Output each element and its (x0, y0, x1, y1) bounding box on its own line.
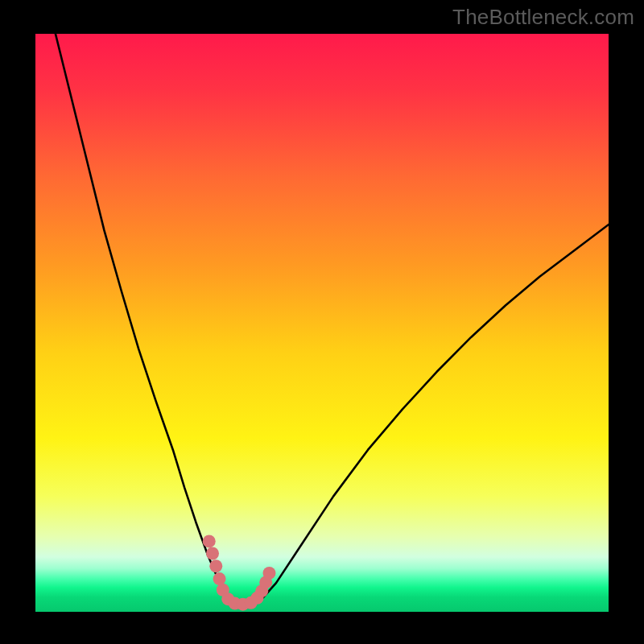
data-marker (263, 567, 276, 580)
data-marker (209, 559, 222, 572)
chart-container: TheBottleneck.com (0, 0, 644, 644)
gradient-background (35, 34, 609, 612)
watermark-text: TheBottleneck.com (452, 5, 634, 30)
chart-svg (35, 34, 609, 612)
data-marker (203, 535, 216, 547)
plot-area (35, 34, 609, 612)
data-marker (206, 547, 219, 559)
data-marker (213, 572, 226, 585)
